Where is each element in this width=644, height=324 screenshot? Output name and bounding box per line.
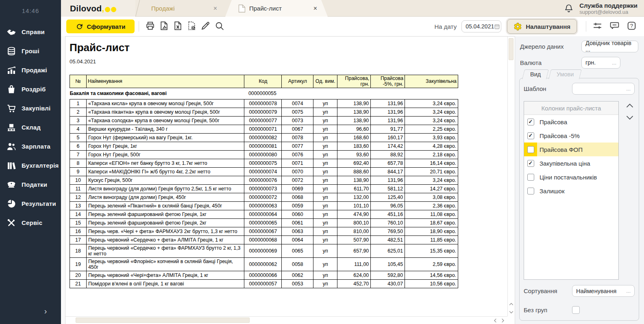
table-cell: 14,27 євро. <box>405 185 458 193</box>
table-cell: 430,07 <box>371 280 405 288</box>
sort-field[interactable]: Найменування ... <box>572 285 635 297</box>
no-groups-label: Без груп <box>524 307 572 313</box>
logo-text: Dilovod <box>70 4 102 13</box>
tab-label: Продажі <box>151 5 175 12</box>
vertical-scrollbar[interactable] <box>507 37 515 316</box>
currency-field[interactable]: грн. ... <box>581 57 620 69</box>
search-button[interactable] <box>212 19 226 33</box>
ellipsis-button[interactable]: ... <box>624 288 631 294</box>
checkbox-checked[interactable]: ✓ <box>527 160 534 167</box>
table-cell: Листя винограду (для долми) Греція брутт… <box>86 185 244 193</box>
export-pdf-button[interactable] <box>157 19 171 33</box>
data-source-field[interactable]: Довідник товарів ... <box>581 41 638 52</box>
table-row: 14Перець зелений фарширований фетою Грец… <box>70 210 458 219</box>
sidebar-item-servis[interactable]: Сервіс <box>0 213 61 232</box>
app-logo[interactable]: Dilovod, <box>61 0 135 17</box>
option-pricelist-fop[interactable]: Прайсова ФОП <box>524 143 618 156</box>
tab-prodazhi[interactable]: Продажі × <box>140 0 224 17</box>
sidebar-item-bukhhalteriia[interactable]: Бухгалтерія <box>0 156 61 175</box>
move-up-icon[interactable] <box>626 103 634 108</box>
bell-icon[interactable] <box>564 4 574 13</box>
sidebar-item-rezultaty[interactable]: Результати <box>0 194 61 213</box>
price-list-report: Прайс-лист 05.04.2021 №НайменуванняКодАр… <box>65 37 515 288</box>
ellipsis-button[interactable]: ... <box>624 86 631 92</box>
checkbox-unchecked[interactable] <box>527 146 534 153</box>
table-cell: 18 <box>70 244 87 258</box>
tab-umovy[interactable]: Умови <box>548 69 582 79</box>
template-field[interactable]: ... <box>572 83 635 95</box>
sidebar-item-zakupivli[interactable]: Закупівлі <box>0 99 61 118</box>
option-suppliers[interactable]: Ціни постачальників <box>524 170 618 184</box>
table-cell: 11,85 євро. <box>405 236 458 244</box>
feedback-button[interactable] <box>607 19 621 33</box>
scroll-left-button[interactable] <box>492 318 498 324</box>
table-cell: 0077 <box>282 142 313 151</box>
checkbox-unchecked[interactable] <box>527 188 534 194</box>
horizontal-scrollbar[interactable] <box>65 316 507 324</box>
table-cell: уп <box>313 193 337 202</box>
tab-vyd[interactable]: Вид <box>522 69 549 79</box>
table-cell: Перець червоний «Сердечко + фета» ФАРМХА… <box>86 244 244 258</box>
sidebar-item-sklad[interactable]: Склад <box>0 118 61 137</box>
filters-button[interactable] <box>590 19 604 33</box>
settings-button[interactable]: Налаштування <box>507 19 577 34</box>
app-window: 14:46 СправиГрошіПродажіРоздрібЗакупівлі… <box>0 0 644 324</box>
sidebar-item-hroshi[interactable]: Гроші <box>0 41 61 60</box>
table-cell: 0000000065 <box>244 219 282 227</box>
sidebar-item-label: Бухгалтерія <box>22 162 59 169</box>
print-button[interactable] <box>143 19 157 33</box>
checkbox-checked[interactable]: ✓ <box>527 119 534 125</box>
calendar-icon[interactable] <box>494 24 500 30</box>
panel-tabs: Вид Умови <box>523 69 581 79</box>
edit-button[interactable] <box>198 19 212 33</box>
sidebar-item-rozdrib[interactable]: Роздріб <box>0 80 61 99</box>
document-icon <box>238 4 246 13</box>
export-excel-button[interactable] <box>171 19 185 33</box>
option-purchase[interactable]: ✓Закупівельна ціна <box>524 156 618 170</box>
sidebar-item-podatky[interactable]: Податки <box>0 175 61 194</box>
generate-button[interactable]: Сформувати <box>66 19 135 33</box>
pdf-file-icon <box>159 21 169 32</box>
table-cell: 0000000077 <box>244 117 282 125</box>
horizontal-scroll-thumb[interactable] <box>76 318 250 323</box>
table-cell: 0000000057 <box>244 280 282 288</box>
scroll-down-button[interactable] <box>508 309 514 315</box>
checkbox-checked[interactable]: ✓ <box>527 132 534 139</box>
scroll-up-button[interactable] <box>508 301 514 307</box>
option-pricelist-5[interactable]: ✓Прайсова -5% <box>524 129 618 143</box>
table-cell: 7 <box>70 151 87 159</box>
table-cell: 0074 <box>282 99 313 108</box>
move-down-icon[interactable] <box>626 115 634 121</box>
chart-icon <box>7 65 16 75</box>
report-template-button[interactable] <box>185 19 198 33</box>
table-cell: 16,14 євро. <box>405 159 458 168</box>
columns-listbox-title: Колонки прайс-листа <box>524 102 618 115</box>
table-cell: 0062 <box>282 271 313 280</box>
chevron-up-icon <box>508 301 514 307</box>
option-stock[interactable]: Залишок <box>524 184 618 198</box>
table-cell: 3 <box>70 117 87 125</box>
table-cell: 0070 <box>282 168 313 176</box>
ellipsis-button[interactable]: ... <box>609 60 616 66</box>
table-cell: 0061 <box>282 219 313 227</box>
sidebar-nav: СправиГрошіПродажіРоздрібЗакупівліСкладЗ… <box>0 22 61 232</box>
close-icon[interactable]: × <box>313 5 317 12</box>
table-cell: 810,00 <box>337 227 371 236</box>
vertical-scroll-thumb[interactable] <box>509 38 513 60</box>
help-button[interactable]: ? <box>624 19 638 33</box>
sidebar-item-zarplata[interactable]: Зарплата <box>0 137 61 156</box>
sidebar-collapse-button[interactable]: › <box>40 305 51 317</box>
checkbox-unchecked[interactable] <box>527 174 534 181</box>
no-groups-checkbox[interactable] <box>572 306 580 314</box>
option-pricelist[interactable]: ✓Прайсова <box>524 115 618 129</box>
sidebar-item-spravy[interactable]: Справи <box>0 22 61 41</box>
scroll-right-button[interactable] <box>500 318 506 324</box>
tab-price-list[interactable]: Прайс-лист × <box>225 0 328 17</box>
search-icon <box>214 21 224 32</box>
option-label: Закупівельна ціна <box>540 160 590 167</box>
sidebar-item-prodazhi[interactable]: Продажі <box>0 60 61 80</box>
table-cell: 0069 <box>282 185 313 193</box>
date-input[interactable]: 05.04.2021 <box>461 20 501 32</box>
close-icon[interactable]: × <box>213 5 217 12</box>
table-cell: 21 <box>70 280 87 288</box>
